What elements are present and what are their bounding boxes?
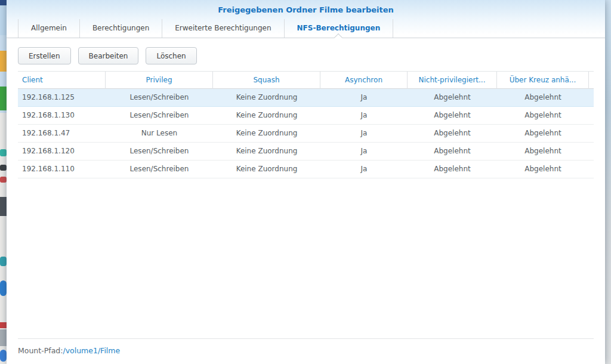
table-cell-ueber-kreuz: Abgelehnt [497, 161, 589, 178]
desktop-icon-fragment [0, 165, 7, 171]
table-cell-privileg: Lesen/Schreiben [106, 143, 213, 160]
desktop-icon-fragment [0, 0, 7, 5]
desktop-background-strip-left [0, 0, 7, 364]
desktop-icon-fragment [0, 51, 7, 72]
table-cell-squash: Keine Zuordnung [213, 89, 320, 106]
table-cell-ueber-kreuz: Abgelehnt [497, 89, 589, 106]
dialog-title: Freigegebenen Ordner Filme bearbeiten [7, 0, 605, 19]
desktop-icon-fragment [0, 257, 7, 266]
table-cell-client: 192.168.1.130 [18, 107, 106, 124]
desktop-icon-fragment [0, 5, 7, 35]
column-header-client[interactable]: Client [18, 72, 106, 89]
tab-berechtigungen[interactable]: Berechtigungen [80, 19, 162, 38]
desktop-icon-fragment [0, 350, 7, 362]
create-button[interactable]: Erstellen [18, 47, 71, 64]
column-header-privileg[interactable]: Privileg [106, 72, 213, 89]
table-cell-privileg: Lesen/Schreiben [106, 107, 213, 124]
table-cell-nicht-privilegiert: Abgelehnt [408, 161, 497, 178]
table-cell-ueber-kreuz: Abgelehnt [497, 107, 589, 124]
table-cell-asynchron: Ja [320, 107, 408, 124]
table-cell-ueber-kreuz: Abgelehnt [497, 125, 589, 142]
table-cell-asynchron: Ja [320, 143, 408, 160]
table-cell-ueber-kreuz: Abgelehnt [497, 143, 589, 160]
table-row[interactable]: 192.168.1.110 Lesen/Schreiben Keine Zuor… [18, 161, 594, 178]
table-cell-client: 192.168.1.120 [18, 143, 106, 160]
column-header-ueber-kreuz[interactable]: Über Kreuz anhä... [497, 72, 589, 89]
desktop-icon-fragment [0, 322, 7, 328]
tab-erweiterte-berechtigungen[interactable]: Erweiterte Berechtigungen [162, 19, 284, 38]
table-cell-squash: Keine Zuordnung [213, 107, 320, 124]
nfs-permissions-table: Client Privileg Squash Asynchron Nicht-p… [18, 71, 594, 178]
mount-path-value: /volume1/Filme [63, 346, 120, 355]
table-cell-privileg: Lesen/Schreiben [106, 161, 213, 178]
tab-allgemein[interactable]: Allgemein [18, 19, 80, 38]
table-cell-asynchron: Ja [320, 89, 408, 106]
table-cell-client: 192.168.1.125 [18, 89, 106, 106]
desktop-icon-fragment [0, 149, 7, 156]
table-row[interactable]: 192.168.1.125 Lesen/Schreiben Keine Zuor… [18, 89, 594, 107]
table-cell-asynchron: Ja [320, 125, 408, 142]
table-cell-nicht-privilegiert: Abgelehnt [408, 89, 497, 106]
tab-nfs-berechtigungen[interactable]: NFS-Berechtigungen [285, 19, 394, 38]
table-cell-client: 192.168.1.110 [18, 161, 106, 178]
toolbar: Erstellen Bearbeiten Löschen [7, 38, 605, 71]
desktop-icon-fragment [0, 197, 7, 216]
desktop-icon-fragment [0, 177, 7, 183]
table-header-row: Client Privileg Squash Asynchron Nicht-p… [18, 71, 594, 89]
table-cell-nicht-privilegiert: Abgelehnt [408, 125, 497, 142]
table-row[interactable]: 192.168.1.120 Lesen/Schreiben Keine Zuor… [18, 143, 594, 161]
table-cell-nicht-privilegiert: Abgelehnt [408, 107, 497, 124]
table-row[interactable]: 192.168.1.130 Lesen/Schreiben Keine Zuor… [18, 107, 594, 125]
delete-button[interactable]: Löschen [146, 47, 196, 64]
edit-shared-folder-dialog: Freigegebenen Ordner Filme bearbeiten Al… [7, 0, 605, 364]
column-header-squash[interactable]: Squash [213, 72, 320, 89]
column-header-nicht-privilegiert[interactable]: Nicht-privilegiert... [408, 72, 497, 89]
table-cell-privileg: Lesen/Schreiben [106, 89, 213, 106]
table-cell-asynchron: Ja [320, 161, 408, 178]
table-cell-privileg: Nur Lesen [106, 125, 213, 142]
edit-button[interactable]: Bearbeiten [78, 47, 139, 64]
mount-path-label: Mount-Pfad: [18, 346, 63, 355]
table-cell-squash: Keine Zuordnung [213, 143, 320, 160]
desktop-icon-fragment [0, 280, 7, 296]
desktop-background-strip-right [605, 0, 611, 364]
desktop-icon-fragment [0, 329, 7, 346]
tab-bar: Allgemein Berechtigungen Erweiterte Bere… [7, 19, 605, 38]
table-cell-squash: Keine Zuordnung [213, 161, 320, 178]
column-header-asynchron[interactable]: Asynchron [320, 72, 408, 89]
column-header-spacer [589, 72, 594, 89]
table-row[interactable]: 192.168.1.47 Nur Lesen Keine Zuordnung J… [18, 125, 594, 143]
desktop-icon-fragment [0, 87, 7, 110]
table-cell-squash: Keine Zuordnung [213, 125, 320, 142]
table-cell-client: 192.168.1.47 [18, 125, 106, 142]
table-cell-nicht-privilegiert: Abgelehnt [408, 143, 497, 160]
dialog-footer: Mount-Pfad:/volume1/Filme [18, 338, 594, 364]
